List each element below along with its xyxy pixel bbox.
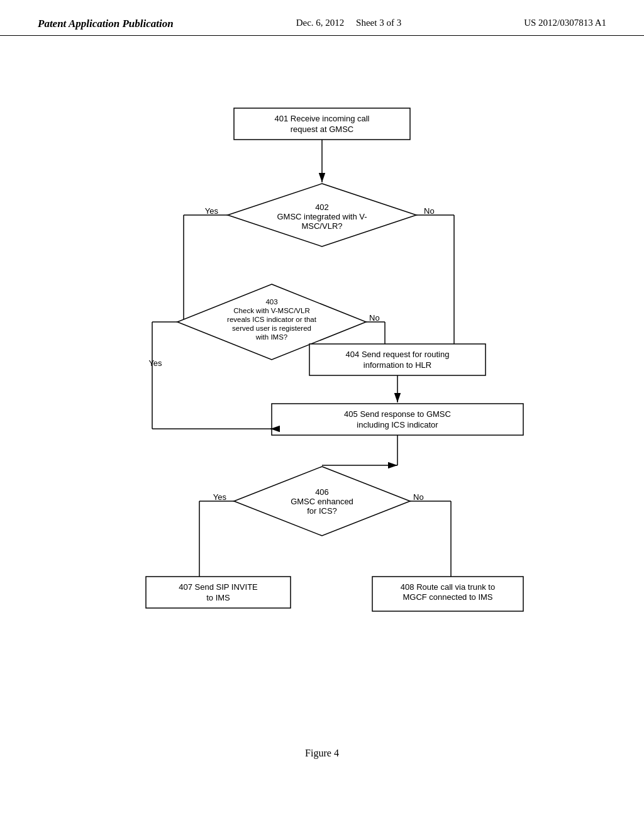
svg-text:Check with V-MSC/VLR: Check with V-MSC/VLR <box>233 307 309 314</box>
svg-text:Yes: Yes <box>213 492 227 502</box>
main-content: 401 Receive incoming call request at GMS… <box>0 36 644 822</box>
svg-text:MGCF connected to IMS: MGCF connected to IMS <box>402 592 492 602</box>
svg-text:MSC/VLR?: MSC/VLR? <box>301 221 342 231</box>
svg-text:403: 403 <box>265 298 277 306</box>
node-404 <box>309 344 486 375</box>
flowchart-svg: 401 Receive incoming call request at GMS… <box>102 74 542 734</box>
svg-text:Yes: Yes <box>205 206 219 216</box>
date-label: Dec. 6, 2012 <box>296 18 345 28</box>
page-header: Patent Application Publication Dec. 6, 2… <box>0 0 644 36</box>
svg-text:No: No <box>369 313 380 323</box>
svg-text:served user is registered: served user is registered <box>232 324 311 332</box>
node-407 <box>146 577 291 608</box>
sheet-label: Sheet 3 of 3 <box>356 18 401 28</box>
svg-text:to IMS: to IMS <box>206 593 230 602</box>
svg-text:406: 406 <box>315 487 329 497</box>
svg-text:405 Send response to GMSC: 405 Send response to GMSC <box>344 409 451 419</box>
svg-text:No: No <box>424 206 435 216</box>
svg-text:408 Route call via trunk to: 408 Route call via trunk to <box>401 582 495 592</box>
patent-number-label: US 2012/0307813 A1 <box>524 18 606 28</box>
figure-caption: Figure 4 <box>305 748 339 759</box>
svg-text:404 Send request for routing: 404 Send request for routing <box>346 350 450 359</box>
svg-text:information to HLR: information to HLR <box>364 360 431 370</box>
header-center: Dec. 6, 2012 Sheet 3 of 3 <box>296 18 401 28</box>
svg-text:GMSC integrated with V-: GMSC integrated with V- <box>277 212 367 221</box>
svg-text:GMSC enhanced: GMSC enhanced <box>291 497 353 506</box>
svg-text:with IMS?: with IMS? <box>255 333 288 341</box>
node-401 <box>234 108 410 140</box>
figure-caption-text: Figure 4 <box>305 748 339 758</box>
svg-text:407 Send SIP INVITE: 407 Send SIP INVITE <box>179 582 258 592</box>
svg-text:including ICS indicator: including ICS indicator <box>357 420 438 429</box>
svg-text:401 Receive incoming call: 401 Receive incoming call <box>274 114 369 123</box>
publication-label: Patent Application Publication <box>38 18 174 30</box>
svg-text:402: 402 <box>315 202 329 212</box>
svg-text:for ICS?: for ICS? <box>307 506 337 516</box>
svg-text:reveals ICS indicator or that: reveals ICS indicator or that <box>227 316 317 323</box>
svg-text:No: No <box>413 492 424 502</box>
svg-text:request at GMSC: request at GMSC <box>291 124 353 134</box>
svg-text:Yes: Yes <box>148 358 162 368</box>
node-405 <box>272 404 523 435</box>
flowchart: 401 Receive incoming call request at GMS… <box>102 74 542 736</box>
header-left: Patent Application Publication <box>38 18 174 30</box>
header-right: US 2012/0307813 A1 <box>524 18 606 28</box>
